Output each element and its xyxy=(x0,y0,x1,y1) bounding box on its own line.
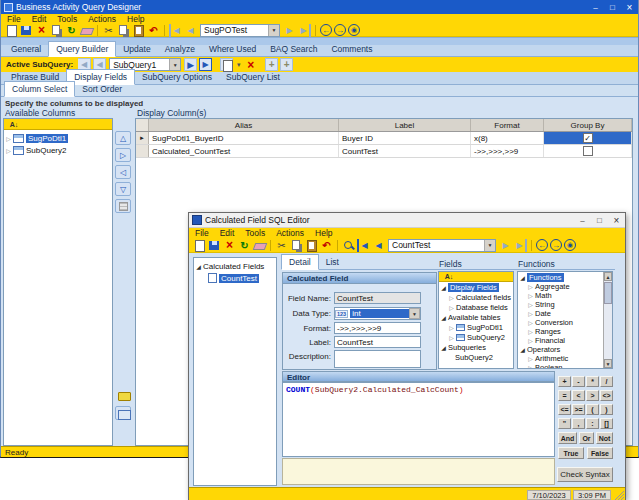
minimize-icon[interactable] xyxy=(587,1,604,13)
duplicate-icon[interactable] xyxy=(50,24,63,37)
main-titlebar[interactable]: Business Activity Query Designer xyxy=(1,0,638,14)
move-right-button[interactable] xyxy=(115,148,131,162)
fields-item[interactable]: SugPoDtl1 xyxy=(439,322,513,332)
check-syntax-button[interactable]: Check Syntax xyxy=(557,467,613,482)
dialog-menu-actions[interactable]: Actions xyxy=(276,228,304,238)
key-open-paren[interactable]: ( xyxy=(586,404,599,415)
tree-item-counttest[interactable]: CountTest xyxy=(194,272,276,284)
save-icon[interactable] xyxy=(208,239,221,252)
key-true[interactable]: True xyxy=(558,447,584,459)
key-brackets[interactable]: [] xyxy=(600,418,613,429)
move-left-button[interactable] xyxy=(115,165,131,179)
nav-next-icon[interactable] xyxy=(283,24,296,37)
expander-icon[interactable] xyxy=(526,309,535,318)
fields-item[interactable]: Database fields xyxy=(439,302,513,312)
expander-icon[interactable] xyxy=(526,282,535,291)
group-by-cell[interactable] xyxy=(544,145,632,157)
tab-update[interactable]: Update xyxy=(116,42,157,56)
tree-item-subquery2[interactable]: SubQuery2 xyxy=(4,144,112,156)
expander-icon[interactable] xyxy=(526,318,535,327)
dialog-menu-help[interactable]: Help xyxy=(315,228,332,238)
key-false[interactable]: False xyxy=(587,447,613,459)
expander-icon[interactable] xyxy=(439,343,448,352)
grid-row-1[interactable]: SugPoDtl1_BuyerID Buyer ID x(8) xyxy=(136,132,632,145)
key-minus[interactable]: - xyxy=(572,376,585,387)
dropdown-icon[interactable] xyxy=(409,308,420,319)
key-not[interactable]: Not xyxy=(596,432,613,444)
delete-icon[interactable] xyxy=(35,24,48,37)
tab-subquery-options[interactable]: SubQuery Options xyxy=(135,70,219,84)
nav-next-icon[interactable] xyxy=(499,239,512,252)
expander-icon[interactable] xyxy=(439,283,448,292)
expander-icon[interactable] xyxy=(526,354,535,363)
scroll-up-icon[interactable] xyxy=(604,272,612,281)
expander-icon[interactable] xyxy=(447,323,456,332)
functions-item[interactable]: Math xyxy=(518,291,612,300)
undo-icon[interactable] xyxy=(320,239,333,252)
functions-item[interactable]: Ranges xyxy=(518,327,612,336)
key-less-than[interactable]: < xyxy=(572,390,585,401)
expander-icon[interactable] xyxy=(439,313,448,322)
key-quote[interactable]: " xyxy=(558,418,571,429)
record-icon[interactable] xyxy=(564,239,576,251)
tab-sort-order[interactable]: Sort Order xyxy=(75,82,129,96)
dialog-menu-file[interactable]: File xyxy=(195,228,209,238)
refresh-icon[interactable] xyxy=(238,239,251,252)
menu-tools[interactable]: Tools xyxy=(57,14,77,24)
label-tag-button[interactable] xyxy=(115,388,131,402)
forward-icon[interactable] xyxy=(334,24,346,36)
key-greater-than[interactable]: > xyxy=(586,390,599,401)
dropdown-icon[interactable] xyxy=(268,25,279,36)
new-icon[interactable] xyxy=(193,239,206,252)
new-icon[interactable] xyxy=(5,24,18,37)
tree-item-sugpodtl1[interactable]: SugPoDtl1 xyxy=(4,132,112,144)
dialog-tab-detail[interactable]: Detail xyxy=(281,254,319,270)
tab-baq-search[interactable]: BAQ Search xyxy=(263,42,324,56)
functions-item[interactable]: Date xyxy=(518,309,612,318)
expander-icon[interactable] xyxy=(194,262,203,271)
paste-icon[interactable] xyxy=(305,239,318,252)
label-input[interactable]: CountTest xyxy=(334,336,421,348)
maximize-icon[interactable] xyxy=(604,1,621,13)
scroll-thumb[interactable] xyxy=(604,282,612,304)
checkbox-checked-icon[interactable] xyxy=(583,133,593,143)
tab-analyze[interactable]: Analyze xyxy=(158,42,202,56)
fields-item[interactable]: SubQuery2 xyxy=(439,352,513,362)
record-combobox[interactable]: CountTest xyxy=(388,239,496,252)
sort-icon[interactable] xyxy=(442,273,456,281)
tab-where-used[interactable]: Where Used xyxy=(202,42,263,56)
format-input[interactable]: ->>,>>>,>>9 xyxy=(334,322,421,334)
expander-icon[interactable] xyxy=(518,273,527,282)
search-icon[interactable] xyxy=(342,239,355,252)
dropdown-icon[interactable] xyxy=(169,59,180,70)
key-less-equal[interactable]: <= xyxy=(558,404,571,415)
description-input[interactable] xyxy=(334,350,421,368)
expander-icon[interactable] xyxy=(526,291,535,300)
tab-query-builder[interactable]: Query Builder xyxy=(48,41,116,57)
clear-icon[interactable] xyxy=(80,24,93,37)
copy-icon[interactable] xyxy=(290,239,303,252)
key-comma[interactable]: , xyxy=(572,418,585,429)
cut-icon[interactable] xyxy=(275,239,288,252)
key-or[interactable]: Or xyxy=(579,432,594,444)
calculator-button[interactable] xyxy=(115,199,131,213)
key-colon[interactable]: : xyxy=(586,418,599,429)
header-alias[interactable]: Alias xyxy=(149,119,339,131)
fields-item[interactable]: Subqueries xyxy=(439,342,513,352)
fields-item[interactable]: Available tables xyxy=(439,312,513,322)
header-group-by[interactable]: Group By xyxy=(544,119,632,131)
dialog-menu-edit[interactable]: Edit xyxy=(220,228,235,238)
nav-prev-icon[interactable] xyxy=(372,239,385,252)
tab-comments[interactable]: Comments xyxy=(324,42,379,56)
expander-icon[interactable] xyxy=(447,333,456,342)
back-icon[interactable] xyxy=(536,239,548,251)
checkbox-unchecked-icon[interactable] xyxy=(583,146,593,156)
tab-column-select[interactable]: Column Select xyxy=(4,81,75,97)
expander-icon[interactable] xyxy=(526,336,535,345)
scroll-down-icon[interactable] xyxy=(604,359,612,368)
expander-icon[interactable] xyxy=(526,300,535,309)
paste-icon[interactable] xyxy=(132,24,145,37)
record-icon[interactable] xyxy=(348,24,360,36)
dropdown-icon[interactable] xyxy=(484,240,495,251)
resize-grip[interactable] xyxy=(613,489,624,500)
